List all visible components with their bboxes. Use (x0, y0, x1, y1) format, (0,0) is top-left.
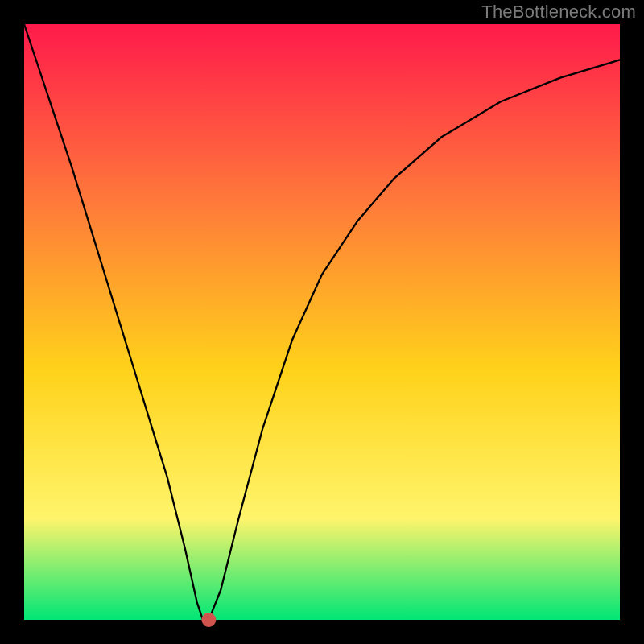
chart-frame: TheBottleneck.com (0, 0, 644, 644)
gradient-background (24, 24, 620, 620)
bottleneck-chart (0, 0, 644, 644)
optimal-point-marker (201, 613, 216, 627)
